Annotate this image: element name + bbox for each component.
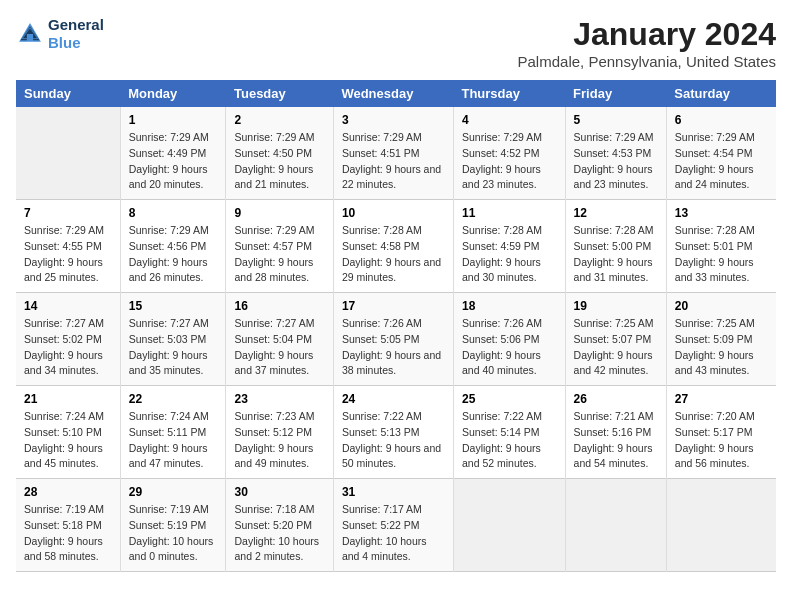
calendar-cell: 20Sunrise: 7:25 AMSunset: 5:09 PMDayligh… xyxy=(666,293,776,386)
calendar-cell: 15Sunrise: 7:27 AMSunset: 5:03 PMDayligh… xyxy=(120,293,226,386)
calendar-cell: 21Sunrise: 7:24 AMSunset: 5:10 PMDayligh… xyxy=(16,386,120,479)
calendar-cell: 7Sunrise: 7:29 AMSunset: 4:55 PMDaylight… xyxy=(16,200,120,293)
calendar-cell: 4Sunrise: 7:29 AMSunset: 4:52 PMDaylight… xyxy=(453,107,565,200)
calendar-cell xyxy=(16,107,120,200)
day-info: Sunrise: 7:23 AMSunset: 5:12 PMDaylight:… xyxy=(234,409,324,472)
calendar-cell: 9Sunrise: 7:29 AMSunset: 4:57 PMDaylight… xyxy=(226,200,333,293)
day-info: Sunrise: 7:28 AMSunset: 5:00 PMDaylight:… xyxy=(574,223,658,286)
calendar-cell: 6Sunrise: 7:29 AMSunset: 4:54 PMDaylight… xyxy=(666,107,776,200)
day-info: Sunrise: 7:25 AMSunset: 5:09 PMDaylight:… xyxy=(675,316,768,379)
day-number: 3 xyxy=(342,113,445,127)
column-header-sunday: Sunday xyxy=(16,80,120,107)
calendar-cell: 12Sunrise: 7:28 AMSunset: 5:00 PMDayligh… xyxy=(565,200,666,293)
column-header-tuesday: Tuesday xyxy=(226,80,333,107)
day-number: 13 xyxy=(675,206,768,220)
day-info: Sunrise: 7:27 AMSunset: 5:02 PMDaylight:… xyxy=(24,316,112,379)
calendar-cell: 13Sunrise: 7:28 AMSunset: 5:01 PMDayligh… xyxy=(666,200,776,293)
day-info: Sunrise: 7:29 AMSunset: 4:55 PMDaylight:… xyxy=(24,223,112,286)
day-number: 9 xyxy=(234,206,324,220)
day-number: 24 xyxy=(342,392,445,406)
calendar-cell: 2Sunrise: 7:29 AMSunset: 4:50 PMDaylight… xyxy=(226,107,333,200)
calendar-cell: 16Sunrise: 7:27 AMSunset: 5:04 PMDayligh… xyxy=(226,293,333,386)
calendar-week-row: 14Sunrise: 7:27 AMSunset: 5:02 PMDayligh… xyxy=(16,293,776,386)
day-number: 8 xyxy=(129,206,218,220)
day-info: Sunrise: 7:19 AMSunset: 5:18 PMDaylight:… xyxy=(24,502,112,565)
day-number: 1 xyxy=(129,113,218,127)
calendar-cell: 24Sunrise: 7:22 AMSunset: 5:13 PMDayligh… xyxy=(333,386,453,479)
day-number: 27 xyxy=(675,392,768,406)
day-info: Sunrise: 7:29 AMSunset: 4:57 PMDaylight:… xyxy=(234,223,324,286)
calendar-cell xyxy=(565,479,666,572)
column-header-saturday: Saturday xyxy=(666,80,776,107)
calendar-cell: 30Sunrise: 7:18 AMSunset: 5:20 PMDayligh… xyxy=(226,479,333,572)
day-info: Sunrise: 7:29 AMSunset: 4:51 PMDaylight:… xyxy=(342,130,445,193)
day-number: 30 xyxy=(234,485,324,499)
day-info: Sunrise: 7:18 AMSunset: 5:20 PMDaylight:… xyxy=(234,502,324,565)
column-header-monday: Monday xyxy=(120,80,226,107)
day-info: Sunrise: 7:26 AMSunset: 5:06 PMDaylight:… xyxy=(462,316,557,379)
day-info: Sunrise: 7:20 AMSunset: 5:17 PMDaylight:… xyxy=(675,409,768,472)
day-info: Sunrise: 7:22 AMSunset: 5:13 PMDaylight:… xyxy=(342,409,445,472)
day-info: Sunrise: 7:29 AMSunset: 4:49 PMDaylight:… xyxy=(129,130,218,193)
day-info: Sunrise: 7:29 AMSunset: 4:52 PMDaylight:… xyxy=(462,130,557,193)
day-number: 7 xyxy=(24,206,112,220)
day-info: Sunrise: 7:29 AMSunset: 4:56 PMDaylight:… xyxy=(129,223,218,286)
day-number: 17 xyxy=(342,299,445,313)
logo-text-line2: Blue xyxy=(48,34,104,52)
day-info: Sunrise: 7:27 AMSunset: 5:04 PMDaylight:… xyxy=(234,316,324,379)
calendar-cell: 29Sunrise: 7:19 AMSunset: 5:19 PMDayligh… xyxy=(120,479,226,572)
day-number: 25 xyxy=(462,392,557,406)
column-header-wednesday: Wednesday xyxy=(333,80,453,107)
title-block: January 2024 Palmdale, Pennsylvania, Uni… xyxy=(518,16,776,70)
calendar-cell: 25Sunrise: 7:22 AMSunset: 5:14 PMDayligh… xyxy=(453,386,565,479)
day-number: 26 xyxy=(574,392,658,406)
month-title: January 2024 xyxy=(518,16,776,53)
day-info: Sunrise: 7:19 AMSunset: 5:19 PMDaylight:… xyxy=(129,502,218,565)
day-info: Sunrise: 7:28 AMSunset: 4:58 PMDaylight:… xyxy=(342,223,445,286)
day-number: 23 xyxy=(234,392,324,406)
calendar-cell: 22Sunrise: 7:24 AMSunset: 5:11 PMDayligh… xyxy=(120,386,226,479)
calendar-cell: 19Sunrise: 7:25 AMSunset: 5:07 PMDayligh… xyxy=(565,293,666,386)
calendar-cell xyxy=(666,479,776,572)
day-number: 21 xyxy=(24,392,112,406)
calendar-cell: 23Sunrise: 7:23 AMSunset: 5:12 PMDayligh… xyxy=(226,386,333,479)
day-info: Sunrise: 7:22 AMSunset: 5:14 PMDaylight:… xyxy=(462,409,557,472)
calendar-cell: 1Sunrise: 7:29 AMSunset: 4:49 PMDaylight… xyxy=(120,107,226,200)
day-info: Sunrise: 7:21 AMSunset: 5:16 PMDaylight:… xyxy=(574,409,658,472)
day-number: 4 xyxy=(462,113,557,127)
day-info: Sunrise: 7:17 AMSunset: 5:22 PMDaylight:… xyxy=(342,502,445,565)
calendar-table: SundayMondayTuesdayWednesdayThursdayFrid… xyxy=(16,80,776,572)
logo-icon xyxy=(16,20,44,48)
calendar-week-row: 7Sunrise: 7:29 AMSunset: 4:55 PMDaylight… xyxy=(16,200,776,293)
day-number: 20 xyxy=(675,299,768,313)
calendar-cell: 18Sunrise: 7:26 AMSunset: 5:06 PMDayligh… xyxy=(453,293,565,386)
day-info: Sunrise: 7:26 AMSunset: 5:05 PMDaylight:… xyxy=(342,316,445,379)
day-number: 5 xyxy=(574,113,658,127)
day-number: 22 xyxy=(129,392,218,406)
calendar-cell: 14Sunrise: 7:27 AMSunset: 5:02 PMDayligh… xyxy=(16,293,120,386)
location-subtitle: Palmdale, Pennsylvania, United States xyxy=(518,53,776,70)
day-info: Sunrise: 7:29 AMSunset: 4:50 PMDaylight:… xyxy=(234,130,324,193)
day-info: Sunrise: 7:24 AMSunset: 5:11 PMDaylight:… xyxy=(129,409,218,472)
calendar-cell: 10Sunrise: 7:28 AMSunset: 4:58 PMDayligh… xyxy=(333,200,453,293)
day-number: 29 xyxy=(129,485,218,499)
calendar-week-row: 21Sunrise: 7:24 AMSunset: 5:10 PMDayligh… xyxy=(16,386,776,479)
day-number: 31 xyxy=(342,485,445,499)
day-number: 15 xyxy=(129,299,218,313)
day-number: 2 xyxy=(234,113,324,127)
logo-text-line1: General xyxy=(48,16,104,34)
day-info: Sunrise: 7:28 AMSunset: 4:59 PMDaylight:… xyxy=(462,223,557,286)
calendar-week-row: 28Sunrise: 7:19 AMSunset: 5:18 PMDayligh… xyxy=(16,479,776,572)
calendar-cell: 28Sunrise: 7:19 AMSunset: 5:18 PMDayligh… xyxy=(16,479,120,572)
day-number: 19 xyxy=(574,299,658,313)
calendar-cell xyxy=(453,479,565,572)
calendar-cell: 5Sunrise: 7:29 AMSunset: 4:53 PMDaylight… xyxy=(565,107,666,200)
day-number: 14 xyxy=(24,299,112,313)
day-number: 12 xyxy=(574,206,658,220)
day-info: Sunrise: 7:27 AMSunset: 5:03 PMDaylight:… xyxy=(129,316,218,379)
calendar-cell: 11Sunrise: 7:28 AMSunset: 4:59 PMDayligh… xyxy=(453,200,565,293)
day-info: Sunrise: 7:29 AMSunset: 4:53 PMDaylight:… xyxy=(574,130,658,193)
day-info: Sunrise: 7:25 AMSunset: 5:07 PMDaylight:… xyxy=(574,316,658,379)
day-number: 6 xyxy=(675,113,768,127)
day-number: 28 xyxy=(24,485,112,499)
